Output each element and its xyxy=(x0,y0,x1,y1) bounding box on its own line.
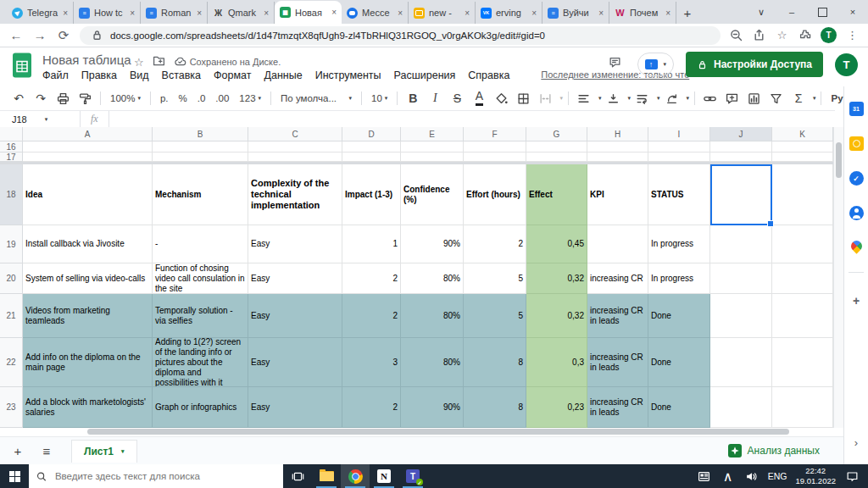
fill-color-icon[interactable] xyxy=(491,89,511,108)
font-size-select[interactable]: 10▾ xyxy=(367,89,392,108)
all-sheets-button[interactable]: ≡ xyxy=(36,440,58,462)
cell-B21[interactable]: Temporally solution - via selfies xyxy=(153,294,248,338)
undo-icon[interactable]: ↶ xyxy=(8,89,29,108)
menu-Правка[interactable]: Правка xyxy=(81,69,117,81)
cell-C19[interactable]: Easy xyxy=(248,225,342,263)
sheet-tab[interactable]: Лист1▾ xyxy=(71,440,137,463)
extensions-icon[interactable] xyxy=(798,28,812,42)
cell-G23[interactable]: 0,23 xyxy=(526,387,587,428)
explore-button[interactable]: Анализ данных xyxy=(728,444,820,458)
cell-F18[interactable]: Effort (hours) xyxy=(464,164,526,225)
paint-format-icon[interactable] xyxy=(75,89,95,108)
cell-A21[interactable]: Videos from marketing teamleads xyxy=(23,294,153,338)
cell-K20[interactable] xyxy=(772,263,833,294)
column-header-K[interactable]: K xyxy=(772,127,833,141)
cell-F19[interactable]: 2 xyxy=(464,225,526,263)
tab-close-icon[interactable]: × xyxy=(331,8,337,17)
star-icon[interactable]: ☆ xyxy=(134,56,144,69)
borders-icon[interactable] xyxy=(513,89,533,108)
forward-icon[interactable]: → xyxy=(32,28,47,42)
tab-close-icon[interactable]: × xyxy=(598,8,604,18)
cell-A16[interactable] xyxy=(23,141,153,152)
selected-cell-outline[interactable] xyxy=(710,164,772,225)
column-header-A[interactable]: A xyxy=(23,127,153,141)
cell-K18[interactable] xyxy=(772,164,833,225)
menu-Формат[interactable]: Формат xyxy=(214,69,251,81)
cell-D20[interactable]: 2 xyxy=(342,263,401,294)
refresh-icon[interactable]: ⟳ xyxy=(56,28,71,43)
row-header-20[interactable]: 20 xyxy=(0,263,23,294)
menu-Расширения[interactable]: Расширения xyxy=(394,69,456,81)
cell-B18[interactable]: Mechanism xyxy=(153,164,248,225)
cell-F22[interactable]: 8 xyxy=(464,338,526,387)
cell-C17[interactable] xyxy=(248,152,342,162)
row-header-19[interactable]: 19 xyxy=(0,225,23,263)
hidden-icons-chevron[interactable]: ∧ xyxy=(721,469,736,485)
cell-G17[interactable] xyxy=(526,152,587,162)
cell-D16[interactable] xyxy=(342,141,401,152)
column-header-D[interactable]: D xyxy=(342,127,401,141)
maps-icon[interactable] xyxy=(849,238,864,253)
cell-G22[interactable]: 0,3 xyxy=(526,338,587,387)
browser-tab[interactable]: WПочем× xyxy=(609,2,676,24)
document-title[interactable]: Новая таблица xyxy=(42,53,131,67)
share-icon[interactable] xyxy=(752,28,766,42)
cell-F20[interactable]: 5 xyxy=(464,263,526,294)
teams-button[interactable]: T xyxy=(398,464,427,488)
cell-H18[interactable]: KPI xyxy=(587,164,648,225)
browser-tab[interactable]: new -× xyxy=(409,2,476,24)
cell-H21[interactable]: increasing CR in leads xyxy=(587,294,648,338)
tab-close-icon[interactable]: × xyxy=(264,8,269,18)
browser-tab[interactable]: ▶Telegra× xyxy=(7,2,74,24)
browser-avatar[interactable]: T xyxy=(821,27,837,43)
increase-decimal-button[interactable]: .00 xyxy=(211,89,233,108)
comment-history-icon[interactable] xyxy=(609,56,626,73)
cell-E20[interactable]: 80% xyxy=(401,263,464,294)
notion-button[interactable]: N xyxy=(370,464,398,488)
maximize-icon[interactable] xyxy=(807,0,837,24)
column-header-B[interactable]: B xyxy=(153,127,248,141)
get-addons-icon[interactable]: + xyxy=(849,293,864,308)
horizontal-scrollbar-thumb[interactable] xyxy=(87,429,789,435)
cell-F21[interactable]: 5 xyxy=(464,294,526,338)
cell-I21[interactable]: Done xyxy=(648,294,710,338)
menu-Файл[interactable]: Файл xyxy=(42,69,69,81)
vertical-scrollbar[interactable] xyxy=(833,127,843,428)
cell-K17[interactable] xyxy=(772,152,833,162)
column-header-G[interactable]: G xyxy=(526,127,587,141)
menu-Справка[interactable]: Справка xyxy=(468,69,509,81)
row-header-16[interactable]: 16 xyxy=(0,141,23,152)
hide-panel-icon[interactable]: › xyxy=(844,436,868,449)
cell-A19[interactable]: Install callback via Jivosite xyxy=(23,225,153,263)
cell-E17[interactable] xyxy=(401,152,464,162)
cell-C16[interactable] xyxy=(248,141,342,152)
browser-tab[interactable]: ≡Roman× xyxy=(141,2,208,24)
add-sheet-button[interactable]: + xyxy=(7,440,29,462)
select-all-corner[interactable] xyxy=(0,127,23,141)
italic-button[interactable]: I xyxy=(425,89,445,108)
merge-cells-icon[interactable] xyxy=(535,89,555,108)
vertical-align-icon[interactable] xyxy=(603,89,623,108)
language-indicator[interactable]: ENG xyxy=(768,471,787,481)
cell-I18[interactable]: STATUS xyxy=(648,164,710,225)
file-explorer-button[interactable] xyxy=(312,464,341,488)
address-bar[interactable]: docs.google.com/spreadsheets/d/1d47tmzqt… xyxy=(80,26,721,45)
menu-Вставка[interactable]: Вставка xyxy=(162,69,201,81)
cell-F17[interactable] xyxy=(464,152,526,162)
tab-close-icon[interactable]: × xyxy=(531,8,537,18)
news-icon[interactable] xyxy=(697,470,712,483)
text-color-button[interactable]: A xyxy=(469,89,489,108)
cell-G16[interactable] xyxy=(526,141,587,152)
text-wrap-icon[interactable] xyxy=(632,89,653,108)
cell-E18[interactable]: Confidence (%) xyxy=(401,164,464,225)
chrome-button[interactable] xyxy=(341,464,370,488)
filter-icon[interactable] xyxy=(766,89,787,108)
tab-search-icon[interactable]: ∨ xyxy=(746,0,776,24)
start-button[interactable] xyxy=(0,464,29,488)
tasks-icon[interactable]: ✓ xyxy=(849,171,864,186)
cell-B20[interactable]: Function of chosing video call consulati… xyxy=(153,263,248,294)
cell-E16[interactable] xyxy=(401,141,464,152)
horizontal-scrollbar[interactable] xyxy=(0,428,833,436)
cell-I17[interactable] xyxy=(648,152,710,162)
horizontal-align-icon[interactable] xyxy=(574,89,594,108)
